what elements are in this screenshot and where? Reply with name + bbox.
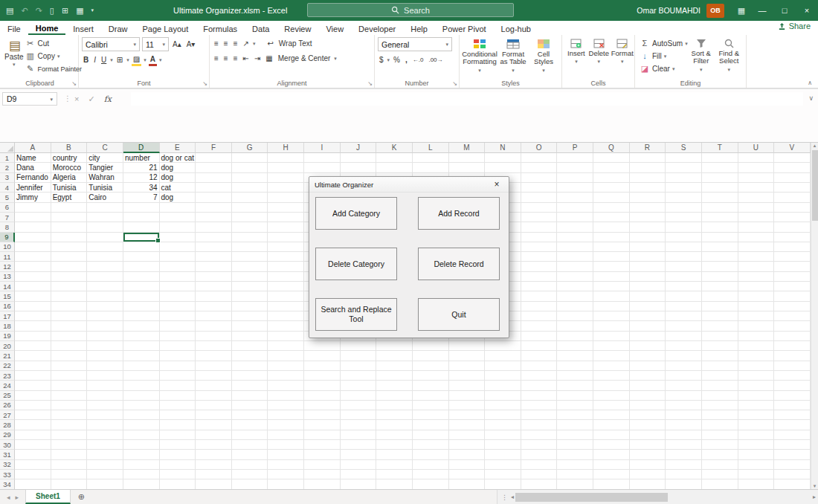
cell-d8[interactable] — [123, 222, 160, 232]
decrease-decimal-button[interactable]: .00→ — [427, 54, 444, 66]
row-header-12[interactable]: 12 — [0, 262, 15, 271]
cell-g28[interactable] — [232, 420, 268, 430]
cell-h31[interactable] — [268, 450, 304, 459]
cell-t14[interactable] — [702, 282, 738, 291]
cell-j26[interactable] — [341, 401, 377, 410]
cell-i28[interactable] — [304, 420, 341, 430]
cell-s21[interactable] — [666, 351, 702, 361]
column-header-h[interactable]: H — [268, 143, 304, 153]
font-name-combo[interactable]: Calibri▾ — [82, 37, 140, 51]
cell-t7[interactable] — [702, 213, 738, 222]
cell-u21[interactable] — [738, 351, 775, 361]
cell-q26[interactable] — [593, 401, 630, 410]
cell-a31[interactable] — [15, 450, 51, 459]
cell-u19[interactable] — [738, 332, 775, 341]
cell-g34[interactable] — [232, 479, 268, 489]
cell-v12[interactable] — [774, 262, 811, 271]
cell-h29[interactable] — [268, 430, 304, 440]
cell-h11[interactable] — [268, 252, 304, 262]
cell-c2[interactable]: Tangier — [87, 163, 123, 172]
cell-s20[interactable] — [666, 341, 702, 351]
cell-h12[interactable] — [268, 262, 304, 271]
column-header-l[interactable]: L — [413, 143, 449, 153]
cell-e8[interactable] — [160, 222, 196, 232]
cell-s26[interactable] — [666, 401, 702, 410]
cell-f26[interactable] — [196, 401, 232, 410]
cell-s34[interactable] — [666, 479, 702, 489]
cell-b31[interactable] — [51, 450, 88, 459]
redo-icon[interactable]: ↷ — [36, 6, 42, 16]
cell-f1[interactable] — [196, 153, 232, 163]
cell-s6[interactable] — [666, 203, 702, 213]
cell-t13[interactable] — [702, 272, 738, 282]
avatar[interactable]: OB — [706, 4, 724, 18]
cell-i32[interactable] — [304, 460, 341, 470]
cell-j2[interactable] — [341, 163, 377, 172]
cell-d6[interactable] — [123, 203, 160, 213]
cell-t27[interactable] — [702, 410, 738, 420]
cell-v29[interactable] — [774, 430, 811, 440]
cell-d18[interactable] — [123, 321, 160, 331]
cell-m32[interactable] — [449, 460, 486, 470]
column-header-t[interactable]: T — [702, 143, 738, 153]
enter-formula-icon[interactable]: ✓ — [88, 94, 94, 104]
cell-d2[interactable]: 21 — [123, 163, 160, 172]
column-header-j[interactable]: J — [341, 143, 377, 153]
percent-button[interactable]: % — [392, 54, 402, 66]
cell-r29[interactable] — [630, 430, 666, 440]
cell-a29[interactable] — [15, 430, 51, 440]
cell-s23[interactable] — [666, 371, 702, 381]
cell-o7[interactable] — [521, 213, 558, 222]
scrollbar-splitter[interactable]: ⋮ — [500, 494, 509, 501]
cell-v15[interactable] — [774, 291, 811, 301]
cell-h4[interactable] — [268, 183, 304, 193]
cell-j30[interactable] — [341, 440, 377, 450]
cell-p21[interactable] — [557, 351, 593, 361]
cell-e25[interactable] — [160, 391, 196, 401]
cell-e18[interactable] — [160, 321, 196, 331]
cell-c17[interactable] — [87, 311, 123, 321]
cell-k23[interactable] — [376, 371, 413, 381]
cell-c11[interactable] — [87, 252, 123, 262]
cell-o28[interactable] — [521, 420, 558, 430]
cell-b20[interactable] — [51, 341, 88, 351]
cell-u33[interactable] — [738, 470, 775, 479]
cell-b2[interactable]: Morocco — [51, 163, 88, 172]
format-painter-button[interactable]: ✎Format Painter — [24, 62, 84, 75]
cell-d22[interactable] — [123, 361, 160, 371]
cell-u9[interactable] — [738, 233, 775, 242]
cell-p19[interactable] — [557, 332, 593, 341]
orientation-button[interactable]: ↗ — [242, 37, 251, 50]
cell-l30[interactable] — [413, 440, 449, 450]
cell-o29[interactable] — [521, 430, 558, 440]
cell-p33[interactable] — [557, 470, 593, 479]
dialog-button-add-record[interactable]: Add Record — [418, 197, 500, 230]
cell-c31[interactable] — [87, 450, 123, 459]
cell-o3[interactable] — [521, 173, 558, 183]
cell-f16[interactable] — [196, 302, 232, 311]
cell-j31[interactable] — [341, 450, 377, 459]
cell-p6[interactable] — [557, 203, 593, 213]
cell-o10[interactable] — [521, 242, 558, 252]
cell-c30[interactable] — [87, 440, 123, 450]
cell-v4[interactable] — [774, 183, 811, 193]
cell-q15[interactable] — [593, 291, 630, 301]
cell-s11[interactable] — [666, 252, 702, 262]
cell-q17[interactable] — [593, 311, 630, 321]
search-box[interactable]: Search — [307, 3, 514, 17]
cell-q28[interactable] — [593, 420, 630, 430]
cell-i29[interactable] — [304, 430, 341, 440]
cell-u25[interactable] — [738, 391, 775, 401]
cell-v6[interactable] — [774, 203, 811, 213]
cell-o8[interactable] — [521, 222, 558, 232]
cell-q22[interactable] — [593, 361, 630, 371]
cell-a28[interactable] — [15, 420, 51, 430]
cell-h17[interactable] — [268, 311, 304, 321]
cell-l25[interactable] — [413, 391, 449, 401]
row-header-19[interactable]: 19 — [0, 332, 15, 341]
cell-c24[interactable] — [87, 381, 123, 390]
cell-q1[interactable] — [593, 153, 630, 163]
cell-e5[interactable]: dog — [160, 193, 196, 202]
cell-u27[interactable] — [738, 410, 775, 420]
cell-c22[interactable] — [87, 361, 123, 371]
